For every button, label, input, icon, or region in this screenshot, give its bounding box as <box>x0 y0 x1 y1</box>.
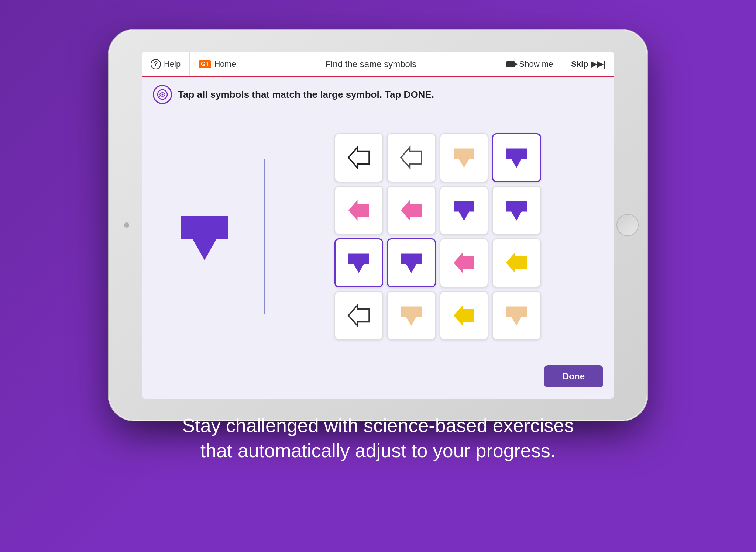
help-button[interactable]: ? Help <box>142 52 190 76</box>
grid-cell-r0c1[interactable] <box>387 133 436 182</box>
svg-marker-18 <box>454 305 474 326</box>
instruction-text: Tap all symbols that match the large sym… <box>178 89 434 100</box>
help-icon: ? <box>151 59 161 69</box>
svg-marker-7 <box>506 149 527 168</box>
large-symbol-area <box>153 207 256 266</box>
grid-cell-r1c2[interactable] <box>440 186 489 235</box>
grid-cell-r3c2[interactable] <box>440 291 489 340</box>
home-button[interactable] <box>616 214 639 236</box>
exercise-area <box>153 111 603 362</box>
skip-label: Skip ▶▶| <box>571 59 605 69</box>
camera-dot <box>124 222 129 228</box>
grid-cell-r2c2[interactable] <box>440 238 489 287</box>
home-label: Home <box>214 59 236 69</box>
svg-marker-11 <box>506 201 527 221</box>
skip-button[interactable]: Skip ▶▶| <box>562 52 614 76</box>
grid-cell-r3c0[interactable] <box>334 291 384 340</box>
help-label: Help <box>164 59 181 69</box>
grid-cell-r2c1[interactable] <box>387 238 436 287</box>
instruction-icon <box>153 85 172 104</box>
grid-cell-r0c0[interactable] <box>334 133 384 182</box>
bottom-text-line2: that automatically adjust to your progre… <box>182 438 574 463</box>
bottom-text-line1: Stay challenged with science-based exerc… <box>182 413 574 438</box>
svg-marker-10 <box>454 201 474 221</box>
large-symbol <box>175 207 234 266</box>
grid-cell-r1c0[interactable] <box>334 186 384 235</box>
grid-cell-r0c3[interactable] <box>492 133 541 182</box>
exercise-title: Find the same symbols <box>325 59 416 69</box>
svg-marker-5 <box>401 147 422 168</box>
bottom-text-area: Stay challenged with science-based exerc… <box>145 413 611 463</box>
grid-cell-r1c3[interactable] <box>492 186 541 235</box>
done-button[interactable]: Done <box>544 365 603 387</box>
grid-cell-r3c3[interactable] <box>492 291 541 340</box>
gt-badge: GT <box>199 60 211 68</box>
svg-marker-12 <box>348 254 369 273</box>
show-me-button[interactable]: Show me <box>497 52 563 76</box>
grid-cell-r0c2[interactable] <box>440 133 489 182</box>
svg-marker-8 <box>348 200 369 221</box>
svg-marker-19 <box>506 306 527 326</box>
divider-line <box>264 159 265 314</box>
ipad-screen: ? Help GT Home Find the same symbols Sho… <box>142 52 614 399</box>
symbol-grid <box>331 130 545 344</box>
svg-marker-16 <box>348 305 369 326</box>
svg-marker-4 <box>348 147 369 168</box>
grid-cell-r2c3[interactable] <box>492 238 541 287</box>
video-icon <box>506 61 515 67</box>
content-area: Tap all symbols that match the large sym… <box>142 77 614 399</box>
svg-marker-9 <box>401 200 422 221</box>
show-me-label: Show me <box>519 59 553 69</box>
svg-marker-14 <box>454 252 474 273</box>
svg-marker-6 <box>454 149 474 168</box>
nav-title: Find the same symbols <box>245 52 497 76</box>
svg-marker-15 <box>506 252 527 273</box>
grid-cell-r3c1[interactable] <box>387 291 436 340</box>
home-button[interactable]: GT Home <box>190 52 245 76</box>
svg-marker-13 <box>401 254 422 273</box>
ipad-device: ? Help GT Home Find the same symbols Sho… <box>109 30 647 421</box>
grid-cell-r2c0[interactable] <box>334 238 384 287</box>
svg-marker-3 <box>181 216 228 260</box>
grid-cell-r1c1[interactable] <box>387 186 436 235</box>
svg-marker-17 <box>401 306 422 326</box>
nav-bar: ? Help GT Home Find the same symbols Sho… <box>142 52 614 77</box>
svg-point-2 <box>162 94 164 96</box>
done-area: Done <box>153 362 603 391</box>
instruction-row: Tap all symbols that match the large sym… <box>153 85 603 104</box>
